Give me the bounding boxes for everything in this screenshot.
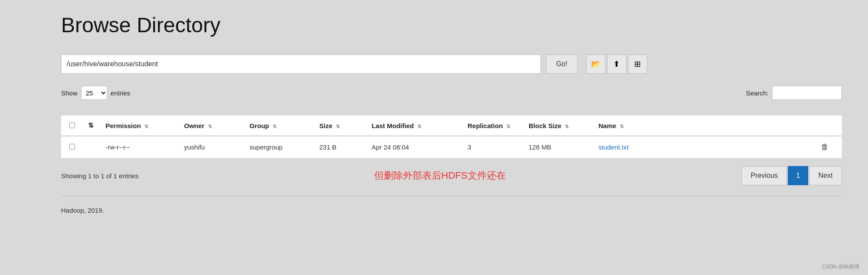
- page-1-button[interactable]: 1: [788, 166, 808, 185]
- owner-sort-icon: ⇅: [208, 124, 212, 129]
- upload-icon-button[interactable]: ⬆: [607, 54, 626, 74]
- cell-lastmodified: Apr 24 08:04: [366, 136, 462, 158]
- group-sort-icon: ⇅: [273, 124, 277, 129]
- size-sort-icon: ⇅: [336, 124, 340, 129]
- page-title: Browse Directory: [61, 13, 842, 37]
- col-size[interactable]: Size ⇅: [314, 115, 366, 136]
- select-all-checkbox[interactable]: [69, 122, 75, 128]
- sort-icon: ⇅: [88, 122, 94, 129]
- search-label: Search:: [746, 89, 769, 97]
- upload-icon: ⬆: [613, 59, 620, 69]
- divider: [61, 196, 842, 196]
- entries-select[interactable]: 10 25 50 100: [81, 86, 107, 100]
- previous-button[interactable]: Previous: [742, 166, 787, 185]
- search-input[interactable]: [772, 86, 842, 100]
- table-icon: ⊞: [634, 59, 641, 69]
- table-row: -rw-r--r-- yushifu supergroup 231 B Apr …: [61, 136, 842, 158]
- lastmod-sort-icon: ⇅: [417, 124, 421, 129]
- col-group[interactable]: Group ⇅: [244, 115, 314, 136]
- col-replication[interactable]: Replication ⇅: [462, 115, 523, 136]
- cell-replication: 3: [462, 136, 523, 158]
- delete-icon[interactable]: 🗑: [821, 143, 829, 151]
- watermark: CSDN @响师傅: [822, 263, 859, 271]
- cell-blocksize: 128 MB: [523, 136, 593, 158]
- go-button[interactable]: Go!: [546, 54, 578, 74]
- row-checkbox[interactable]: [69, 144, 75, 149]
- folder-icon-button[interactable]: 📂: [586, 54, 605, 74]
- col-blocksize[interactable]: Block Size ⇅: [523, 115, 593, 136]
- cell-group: supergroup: [244, 136, 314, 158]
- name-sort-icon: ⇅: [620, 124, 624, 129]
- col-name[interactable]: Name ⇅: [593, 115, 816, 136]
- cell-permission: -rw-r--r--: [100, 136, 179, 158]
- files-table: ⇅ Permission ⇅ Owner ⇅ Group ⇅ Size ⇅: [61, 115, 842, 158]
- cell-owner: yushifu: [179, 136, 244, 158]
- footer-text: Hadoop, 2019.: [61, 207, 842, 214]
- col-owner[interactable]: Owner ⇅: [179, 115, 244, 136]
- replication-sort-icon: ⇅: [506, 124, 510, 129]
- show-label: Show: [61, 89, 78, 97]
- blocksize-sort-icon: ⇅: [565, 124, 569, 129]
- next-button[interactable]: Next: [809, 166, 842, 185]
- showing-text: Showing 1 to 1 of 1 entries: [61, 172, 139, 180]
- annotation-text: 但删除外部表后HDFS文件还在: [374, 169, 506, 182]
- col-lastmodified[interactable]: Last Modified ⇅: [366, 115, 462, 136]
- pagination: Previous 1 Next: [742, 166, 842, 185]
- file-link[interactable]: student.txt: [598, 143, 629, 151]
- permission-sort-icon: ⇅: [144, 124, 148, 129]
- col-permission[interactable]: Permission ⇅: [100, 115, 179, 136]
- cell-size: 231 B: [314, 136, 366, 158]
- folder-icon: 📂: [591, 59, 601, 69]
- path-input[interactable]: [61, 54, 541, 74]
- entries-label: entries: [111, 89, 130, 97]
- table-icon-button[interactable]: ⊞: [628, 54, 647, 74]
